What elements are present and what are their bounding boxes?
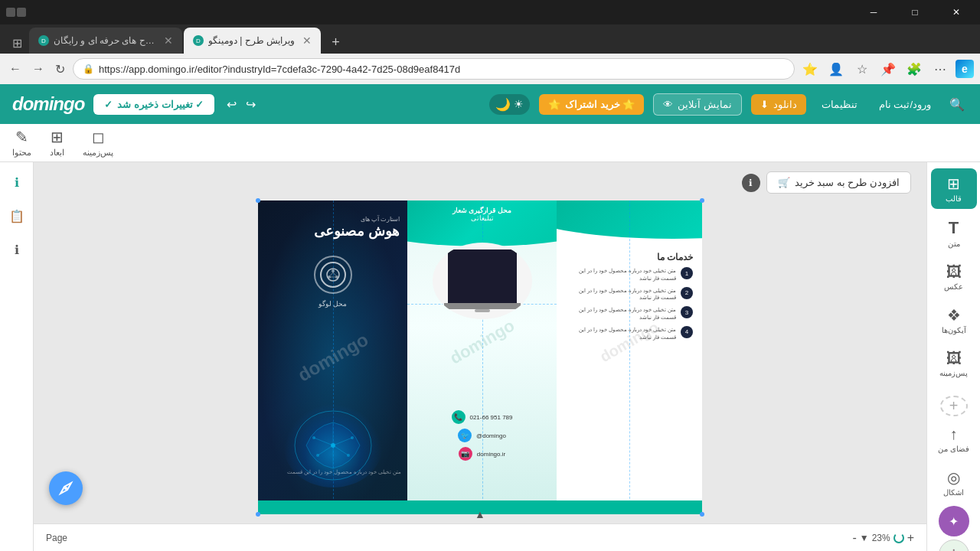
ai-tool-1[interactable]: ✦ [939,506,969,536]
template-label: قالب [946,194,962,203]
preview-button[interactable]: 👁 نمایش آنلاین [653,93,742,116]
undo-button[interactable]: ↩ [224,94,240,115]
background-label: پس‌زمینه [83,148,113,158]
tab-2-close[interactable]: ✕ [302,34,312,47]
tab-2[interactable]: D ویرایش طرح | دومینگو ✕ [184,28,321,54]
clipboard-icon[interactable]: 📋 [3,202,31,230]
tab-grid-button[interactable]: ⊞ [6,32,28,54]
extensions-icon-button[interactable]: 🧩 [903,58,925,80]
template-icon: ⊞ [947,174,960,193]
service-num-1: 1 [681,267,693,279]
tab-1-close[interactable]: ✕ [164,34,173,47]
tab-2-title: ویرایش طرح | دومینگو [208,35,295,46]
header-search-button[interactable]: 🔍 [946,93,968,115]
text-label: متن [948,240,960,248]
corner-handle-tl[interactable] [256,198,260,203]
save-label: تغییرات ذخیره شد ✓ [117,99,204,110]
profile-icon-button[interactable]: 👤 [825,58,847,80]
logo-svg [325,267,341,282]
twitter-row: 🐦 @domingo [458,429,506,442]
tab-1[interactable]: D قالب ها و طرح های حرفه ای و رایگان ✕ [29,28,182,54]
download-button[interactable]: ⬇ دانلود [751,94,806,115]
app-area: domingo ✓ تغییرات ذخیره شد ✓ ↩ ↪ 🌙 ☀ ⭐ خ… [0,84,980,551]
sidebar-tool-image[interactable]: 🖼 عکس [931,257,977,297]
design-canvas[interactable]: استارت آپ های هوش مصنوعی [258,201,702,514]
chevron-up-icon[interactable]: ▲ [475,508,485,520]
download-icon: ⬇ [760,99,769,110]
instagram-row: 📷 domingo.ir [459,447,505,461]
fab-button[interactable] [49,471,83,505]
corner-handle-br[interactable] [700,512,704,517]
sidebar-tool-icons[interactable]: ❖ آیکون‌ها [931,300,977,341]
brain-visual [258,392,407,499]
service-text-3: متن تخیلی خود درباره محصول خود را در این… [566,306,676,321]
toolbar-background[interactable]: ◻ پس‌زمینه [83,128,113,158]
star-icon-button[interactable]: ⭐ [799,58,821,80]
close-button[interactable]: ✕ [939,3,974,21]
chevron-up-area: ▲ [34,505,926,523]
sidebar-add-button[interactable]: + [940,396,968,416]
sidebar-tool-template[interactable]: ⊞ قالب [931,168,977,209]
zoom-in-button[interactable]: + [907,531,914,545]
browser-toolbar-icons: ⭐ 👤 ☆ 📌 🧩 ⋯ e [799,58,974,80]
collections-icon-button[interactable]: 📌 [877,58,899,80]
cart-info-icon[interactable]: ℹ [742,174,760,192]
toolbar-content[interactable]: ✎ محتوا [12,128,31,158]
canvas-left-panel: استارت آپ های هوش مصنوعی [258,201,407,514]
teal-wave-right [557,201,702,239]
zoom-pct-text: 23% [872,533,890,543]
settings-button[interactable]: تنظیمات [815,96,864,113]
bg-label: پس‌زمینه [939,369,968,377]
zoom-percentage: ▼ 23% [860,533,904,543]
logo-circle [314,256,352,294]
subscribe-button[interactable]: ⭐ خرید اشتراک ⭐ [539,94,644,115]
corner-handle-tr[interactable] [700,198,704,203]
address-input[interactable]: 🔒 https://app.domingo.ir/editor?industry… [73,58,795,80]
service-text-4: متن تخیلی خود درباره محصول خود را در این… [566,326,676,341]
ai-tool-2[interactable]: 🤖 [939,540,969,551]
sidebar-tool-shapes[interactable]: ◎ اشکال [931,462,977,503]
magic-wand-icon [58,481,74,496]
redo-button[interactable]: ↪ [243,94,259,115]
new-tab-button[interactable]: + [325,31,346,54]
save-button[interactable]: ✓ تغییرات ذخیره شد ✓ [93,94,214,115]
canvas-area: ℹ 🛒 افزودن طرح به سبد خرید [34,162,926,551]
maximize-button[interactable]: □ [897,3,933,21]
left-panel-icon2[interactable]: ℹ [3,236,31,263]
background-icon: ◻ [92,128,105,146]
login-button[interactable]: ورود/ثبت نام [873,96,937,113]
sidebar-tool-text[interactable]: T متن [931,212,977,254]
twitter-text: @domingo [476,432,506,439]
toolbar-dimensions[interactable]: ⊞ ابعاد [50,128,64,158]
zoom-out-button[interactable]: - [852,531,856,545]
theme-toggle[interactable]: 🌙 ☀ [489,94,530,115]
mid-title-2: تبلیغاتی [413,214,550,222]
title-bar: ─ □ ✕ [0,0,980,24]
zoom-spinner [893,533,904,543]
service-num-3: 3 [681,306,693,318]
more-icon-button[interactable]: ⋯ [929,58,951,80]
instagram-icon: 📷 [459,447,472,461]
content-label: محتوا [12,148,31,158]
laptop-wrapper [444,249,521,312]
myspace-icon: ↑ [950,425,958,443]
ai-main-title: هوش مصنوعی [266,223,400,240]
refresh-button[interactable]: ↻ [52,59,68,80]
phone-icon: 📞 [451,410,465,424]
add-to-cart-button[interactable]: 🛒 افزودن طرح به سبد خرید [766,171,911,194]
back-button[interactable]: ← [6,59,24,79]
image-icon: 🖼 [946,263,962,281]
sidebar-tool-background[interactable]: 🖼 پس‌زمینه [931,344,977,383]
favorites-icon-button[interactable]: ☆ [851,58,873,80]
left-panel: ℹ 📋 ℹ [0,162,34,551]
sidebar-tool-myspace[interactable]: ↑ فضای من [931,419,977,459]
forward-button[interactable]: → [29,59,47,79]
undo-redo-controls: ↩ ↪ [224,94,259,115]
service-item-2: 2 متن تخیلی خود درباره محصول خود را در ا… [566,287,693,302]
corner-handle-bl[interactable] [256,512,260,517]
star-icon: ⭐ [548,99,560,110]
minimize-button[interactable]: ─ [856,3,891,21]
guide-vertical-right [629,201,630,514]
info-panel-icon[interactable]: ℹ [3,168,31,196]
service-text-2: متن تخیلی خود درباره محصول خود را در این… [566,287,676,302]
